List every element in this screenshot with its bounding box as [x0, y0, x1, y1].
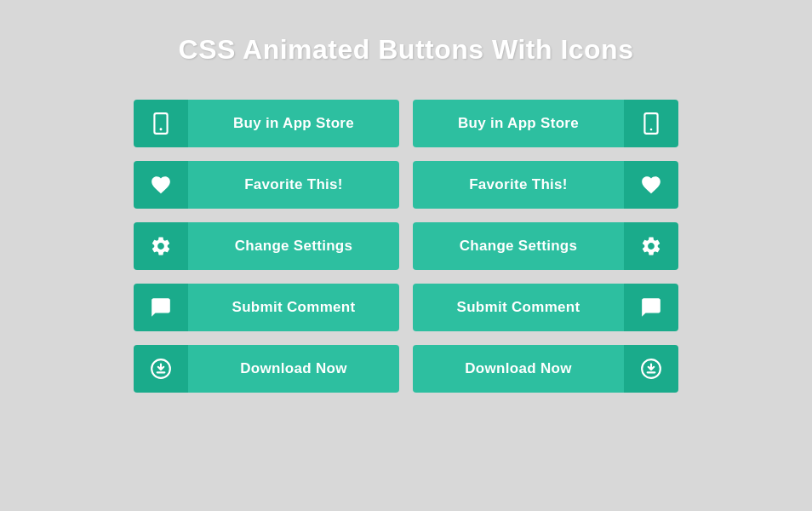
svg-rect-3 — [644, 113, 657, 134]
comment-icon-left — [134, 284, 188, 331]
gear-icon-right — [624, 222, 678, 270]
comment-left-label: Submit Comment — [188, 284, 399, 331]
settings-right-label: Change Settings — [413, 222, 624, 270]
svg-point-4 — [650, 129, 653, 131]
download-icon-right — [624, 345, 678, 393]
heart-icon-left — [134, 161, 188, 209]
favorite-left-label: Favorite This! — [188, 161, 399, 209]
comment-left-button[interactable]: Submit Comment — [134, 284, 399, 331]
buy-app-store-right-button[interactable]: Buy in App Store — [413, 100, 678, 147]
favorite-right-label: Favorite This! — [413, 161, 624, 209]
settings-left-button[interactable]: Change Settings — [134, 222, 399, 270]
download-right-button[interactable]: Download Now — [413, 345, 678, 393]
page-title: CSS Animated Buttons With Icons — [179, 34, 634, 66]
comment-right-label: Submit Comment — [413, 284, 624, 331]
tablet-icon-right — [624, 100, 678, 147]
download-left-label: Download Now — [188, 345, 399, 393]
download-left-button[interactable]: Download Now — [134, 345, 399, 393]
svg-point-2 — [160, 129, 163, 131]
download-icon-left — [134, 345, 188, 393]
settings-left-label: Change Settings — [188, 222, 399, 270]
settings-right-button[interactable]: Change Settings — [413, 222, 678, 270]
buy-app-store-left-button[interactable]: Buy in App Store — [134, 100, 399, 147]
buy-app-store-left-label: Buy in App Store — [188, 100, 399, 147]
favorite-right-button[interactable]: Favorite This! — [413, 161, 678, 209]
comment-icon-right — [624, 284, 678, 331]
gear-icon-left — [134, 222, 188, 270]
heart-icon-right — [624, 161, 678, 209]
favorite-left-button[interactable]: Favorite This! — [134, 161, 399, 209]
comment-right-button[interactable]: Submit Comment — [413, 284, 678, 331]
tablet-icon-left — [134, 100, 188, 147]
download-right-label: Download Now — [413, 345, 624, 393]
svg-rect-0 — [154, 113, 167, 134]
buttons-grid: Buy in App Store Buy in App Store Favori… — [134, 100, 678, 393]
buy-app-store-right-label: Buy in App Store — [413, 100, 624, 147]
